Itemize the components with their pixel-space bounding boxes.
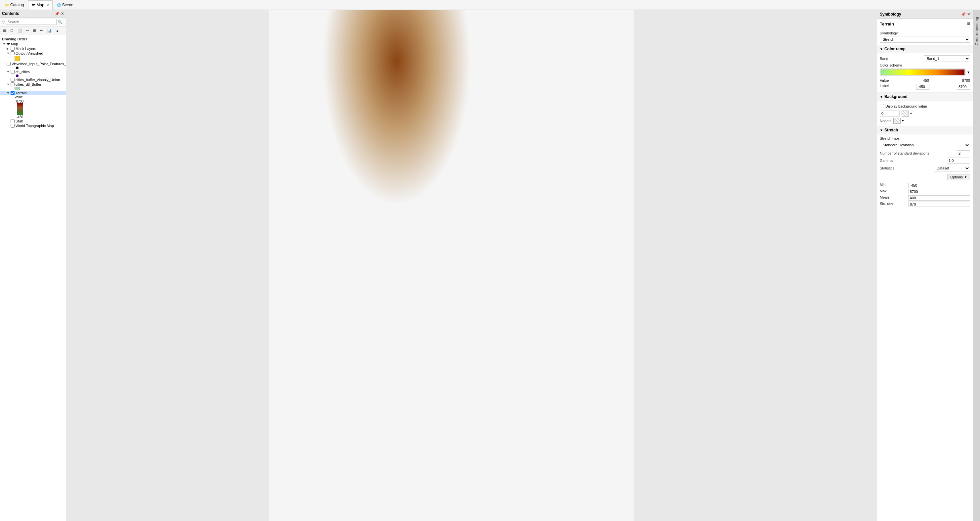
nodata-label: Nodata [880,119,891,123]
nodata-dropdown-icon: ▼ [901,119,904,123]
color-ramp-header[interactable]: ▼ Color ramp [877,45,973,53]
pin-icon[interactable]: 📌 [55,11,60,16]
tree-item-terrain[interactable]: ▼ Terrain [0,91,66,95]
tree-label-dtl-cities: dtl_cities [16,70,30,74]
stretch-type-label: Stretch type [880,136,899,140]
tree-item-dtl-cities[interactable]: ▼ dtl_cities [0,70,66,74]
expand-terrain-icon: ▼ [6,91,11,95]
sym-pin-icon[interactable]: 📌 [961,12,966,16]
catalog-icon: 📁 [5,3,9,7]
mean-input[interactable] [908,195,970,201]
terrain-high-value: 8700 [16,100,24,103]
options-label: Options [950,175,963,179]
map-icon: 🗺 [32,3,35,7]
expand-cities-dtl-icon: ▼ [6,83,11,86]
bg-pattern-select[interactable]: ▼ [902,110,913,116]
search-magnifier-icon[interactable]: 🔍 [58,20,62,24]
collapse-btn[interactable]: ▲ [54,27,61,34]
tree-item-cities-dtl[interactable]: ▼ cities_dtl_Buffer [0,82,66,87]
sym-close-icon[interactable]: ✕ [967,12,970,16]
sym-menu-icon[interactable]: ≡ [967,21,970,27]
tab-map-close[interactable]: ✕ [46,3,49,7]
mean-label: Mean [880,195,906,201]
background-header[interactable]: ▼ Background [877,93,973,101]
display-bg-checkbox[interactable] [880,104,884,108]
chart-btn[interactable]: 📊 [45,27,53,34]
tree-item-map[interactable]: ▼ 🗺 Map [0,42,66,46]
checkbox-terrain[interactable] [11,91,14,95]
contents-header-icons: 📌 ✕ [55,11,64,16]
checkbox-viewshed-input[interactable] [6,62,11,66]
tab-scene[interactable]: 🌐 Scene [53,0,77,10]
tree-item-output-viewshed[interactable]: ▼ Output Viewshed [0,51,66,56]
sym-type-select[interactable]: Stretch [880,36,970,43]
gamma-input[interactable] [947,158,970,164]
edit-btn[interactable]: ✏ [24,27,31,34]
tab-map[interactable]: 🗺 Map ✕ [28,0,52,10]
contents-title: Contents [2,11,19,16]
checkbox-cities-buffer[interactable] [11,78,14,82]
color-scheme-dropdown-icon[interactable]: ▼ [967,70,970,74]
list-view-btn[interactable]: ☰ [1,27,8,34]
color-scheme-row: Color scheme [880,63,970,67]
cylinder-btn[interactable]: ⬡ [9,27,15,34]
color-scheme-select-wrap[interactable] [880,69,966,76]
color-ramp-content: Band Band_1 Color scheme ▼ [877,53,973,93]
tab-bar: 📁 Catalog 🗺 Map ✕ 🌐 Scene [0,0,980,10]
geoprocessing-label[interactable]: Geoprocessing [975,16,979,45]
stretch-type-row: Stretch type [880,136,970,140]
stretch-header[interactable]: ▼ Stretch [877,126,973,134]
legend-cities-dtl [0,87,66,91]
statistics-select[interactable]: Dataset Custom [934,165,970,172]
tree-item-viewshed-input[interactable]: Viewshed_Input_Point_Features_Points [0,62,66,66]
num-std-input[interactable] [957,150,970,156]
tab-catalog[interactable]: 📁 Catalog [1,0,27,10]
tree-item-cities-buffer[interactable]: cities_buffer_zippoly_Union [0,78,66,82]
terrain-low-value: -450 [16,115,23,119]
label-min-input[interactable] [916,84,929,90]
checkbox-cities-dtl[interactable] [11,83,14,86]
symbology-panel: Symbology 📌 ✕ Terrain ≡ Symbology Stretc… [877,10,973,521]
expand-dtl-cities-icon: ▼ [6,70,11,73]
checkbox-output-viewshed[interactable] [11,51,14,55]
nodata-row: Nodata ▼ [880,118,970,124]
symbology-scroll: Terrain ≡ Symbology Stretch ▼ Color ramp… [877,19,973,521]
expand-mask-icon: ▶ [6,47,11,50]
filter-btn[interactable]: ⬜ [16,27,24,34]
min-label: Min [880,183,906,188]
nodata-pattern-select[interactable]: ▼ [893,118,904,124]
tree-item-utah[interactable]: Utah [0,119,66,123]
close-contents-icon[interactable]: ✕ [61,11,64,16]
draw-btn[interactable]: ✒ [38,27,45,34]
checkbox-mask-layers[interactable] [11,47,14,51]
checkbox-dtl-cities[interactable] [11,70,14,74]
symbology-panel-header: Symbology 📌 ✕ [877,10,973,19]
checkbox-utah[interactable] [11,119,14,123]
contents-header: Contents 📌 ✕ [0,10,66,18]
legend-dot-viewshed-input [16,67,19,69]
stretch-type-select[interactable]: Standard Deviation None Minimum Maximum [880,142,970,148]
options-button[interactable]: Options ▼ [947,174,970,180]
sym-type-label: Symbology [880,31,970,35]
geoprocessing-strip: Geoprocessing [973,10,980,521]
tab-catalog-label: Catalog [10,3,24,7]
bg-value-input[interactable] [880,110,900,116]
label-max-input[interactable] [957,84,970,90]
max-input[interactable] [908,189,970,194]
tree-item-world-topo[interactable]: World Topographic Map [0,123,66,128]
tree-label-world-topo: World Topographic Map [16,124,54,128]
legend-output-viewshed [0,56,66,62]
search-input[interactable] [6,19,57,25]
min-input[interactable] [908,183,970,188]
tab-map-label: Map [37,3,44,7]
add-layer-btn[interactable]: ⊞ [32,27,38,34]
std-dev-input[interactable] [908,202,970,207]
tree-item-mask-layers[interactable]: ▶ Mask Layers [0,46,66,51]
band-select[interactable]: Band_1 [924,55,970,62]
num-std-row: Number of standard deviations [880,150,970,156]
color-ramp-caret: ▼ [880,47,883,51]
legend-swatch-viewshed [14,56,20,61]
checkbox-world-topo[interactable] [11,124,14,128]
search-box: ▽ 🔍 [0,18,66,27]
stretch-caret: ▼ [880,128,883,132]
